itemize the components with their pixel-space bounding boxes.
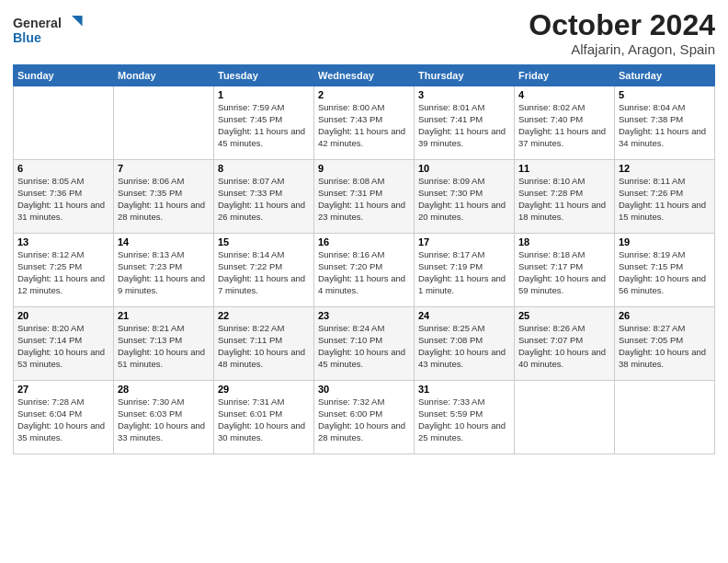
day-detail: Sunrise: 8:18 AM Sunset: 7:17 PM Dayligh… bbox=[518, 249, 610, 296]
day-detail: Sunrise: 8:16 AM Sunset: 7:20 PM Dayligh… bbox=[318, 249, 410, 296]
day-detail: Sunrise: 8:07 AM Sunset: 7:33 PM Dayligh… bbox=[218, 176, 310, 223]
day-number: 2 bbox=[318, 89, 410, 100]
day-detail: Sunrise: 8:22 AM Sunset: 7:11 PM Dayligh… bbox=[218, 323, 310, 370]
calendar-location: Alfajarin, Aragon, Spain bbox=[529, 41, 715, 57]
day-detail: Sunrise: 8:00 AM Sunset: 7:43 PM Dayligh… bbox=[318, 102, 410, 149]
calendar-cell: 31Sunrise: 7:33 AM Sunset: 5:59 PM Dayli… bbox=[415, 381, 515, 454]
header-wednesday: Wednesday bbox=[314, 65, 415, 86]
calendar-cell: 5Sunrise: 8:04 AM Sunset: 7:38 PM Daylig… bbox=[615, 86, 715, 160]
day-number: 25 bbox=[518, 310, 610, 321]
day-detail: Sunrise: 8:06 AM Sunset: 7:35 PM Dayligh… bbox=[118, 176, 210, 223]
calendar-cell: 24Sunrise: 8:25 AM Sunset: 7:08 PM Dayli… bbox=[415, 307, 515, 381]
calendar-cell: 15Sunrise: 8:14 AM Sunset: 7:22 PM Dayli… bbox=[214, 234, 314, 307]
day-detail: Sunrise: 7:28 AM Sunset: 6:04 PM Dayligh… bbox=[17, 396, 109, 443]
calendar-cell: 14Sunrise: 8:13 AM Sunset: 7:23 PM Dayli… bbox=[114, 234, 214, 307]
day-number: 9 bbox=[318, 163, 410, 174]
day-detail: Sunrise: 8:17 AM Sunset: 7:19 PM Dayligh… bbox=[418, 249, 510, 296]
day-number: 1 bbox=[218, 89, 310, 100]
day-detail: Sunrise: 8:12 AM Sunset: 7:25 PM Dayligh… bbox=[17, 249, 109, 296]
svg-text:Blue: Blue bbox=[13, 30, 41, 45]
day-number: 5 bbox=[619, 89, 711, 100]
calendar-cell: 8Sunrise: 8:07 AM Sunset: 7:33 PM Daylig… bbox=[214, 160, 314, 234]
calendar-table: Sunday Monday Tuesday Wednesday Thursday… bbox=[13, 64, 715, 454]
day-number: 18 bbox=[518, 236, 610, 247]
day-detail: Sunrise: 7:32 AM Sunset: 6:00 PM Dayligh… bbox=[318, 396, 410, 443]
calendar-cell bbox=[114, 86, 214, 160]
day-number: 13 bbox=[17, 236, 109, 247]
day-number: 14 bbox=[118, 236, 210, 247]
day-detail: Sunrise: 8:11 AM Sunset: 7:26 PM Dayligh… bbox=[619, 176, 711, 223]
calendar-week-row: 20Sunrise: 8:20 AM Sunset: 7:14 PM Dayli… bbox=[14, 307, 715, 381]
day-number: 29 bbox=[218, 384, 310, 395]
day-number: 27 bbox=[17, 384, 109, 395]
calendar-cell: 18Sunrise: 8:18 AM Sunset: 7:17 PM Dayli… bbox=[515, 234, 615, 307]
day-detail: Sunrise: 8:01 AM Sunset: 7:41 PM Dayligh… bbox=[418, 102, 510, 149]
calendar-cell: 16Sunrise: 8:16 AM Sunset: 7:20 PM Dayli… bbox=[314, 234, 415, 307]
header: General Blue October 2024 Alfajarin, Ara… bbox=[13, 9, 715, 57]
day-detail: Sunrise: 8:05 AM Sunset: 7:36 PM Dayligh… bbox=[17, 176, 109, 223]
calendar-cell: 13Sunrise: 8:12 AM Sunset: 7:25 PM Dayli… bbox=[14, 234, 114, 307]
calendar-cell: 21Sunrise: 8:21 AM Sunset: 7:13 PM Dayli… bbox=[114, 307, 214, 381]
day-detail: Sunrise: 7:31 AM Sunset: 6:01 PM Dayligh… bbox=[218, 396, 310, 443]
day-number: 12 bbox=[619, 163, 711, 174]
calendar-cell: 3Sunrise: 8:01 AM Sunset: 7:41 PM Daylig… bbox=[415, 86, 515, 160]
svg-text:General: General bbox=[13, 16, 62, 30]
calendar-cell: 19Sunrise: 8:19 AM Sunset: 7:15 PM Dayli… bbox=[615, 234, 715, 307]
day-number: 4 bbox=[518, 89, 610, 100]
calendar-cell: 11Sunrise: 8:10 AM Sunset: 7:28 PM Dayli… bbox=[515, 160, 615, 234]
header-saturday: Saturday bbox=[615, 65, 715, 86]
calendar-header: Sunday Monday Tuesday Wednesday Thursday… bbox=[14, 65, 715, 86]
header-friday: Friday bbox=[515, 65, 615, 86]
page-container: General Blue October 2024 Alfajarin, Ara… bbox=[0, 0, 728, 460]
day-number: 20 bbox=[17, 310, 109, 321]
header-sunday: Sunday bbox=[14, 65, 114, 86]
header-tuesday: Tuesday bbox=[214, 65, 314, 86]
calendar-cell bbox=[14, 86, 114, 160]
svg-marker-1 bbox=[72, 16, 83, 27]
calendar-body: 1Sunrise: 7:59 AM Sunset: 7:45 PM Daylig… bbox=[14, 86, 715, 454]
calendar-cell: 10Sunrise: 8:09 AM Sunset: 7:30 PM Dayli… bbox=[415, 160, 515, 234]
day-number: 7 bbox=[118, 163, 210, 174]
calendar-cell: 29Sunrise: 7:31 AM Sunset: 6:01 PM Dayli… bbox=[214, 381, 314, 454]
day-detail: Sunrise: 8:13 AM Sunset: 7:23 PM Dayligh… bbox=[118, 249, 210, 296]
calendar-cell: 4Sunrise: 8:02 AM Sunset: 7:40 PM Daylig… bbox=[515, 86, 615, 160]
day-number: 11 bbox=[518, 163, 610, 174]
day-detail: Sunrise: 8:21 AM Sunset: 7:13 PM Dayligh… bbox=[118, 323, 210, 370]
calendar-cell: 22Sunrise: 8:22 AM Sunset: 7:11 PM Dayli… bbox=[214, 307, 314, 381]
day-detail: Sunrise: 8:04 AM Sunset: 7:38 PM Dayligh… bbox=[619, 102, 711, 149]
calendar-week-row: 27Sunrise: 7:28 AM Sunset: 6:04 PM Dayli… bbox=[14, 381, 715, 454]
calendar-cell: 26Sunrise: 8:27 AM Sunset: 7:05 PM Dayli… bbox=[615, 307, 715, 381]
day-number: 21 bbox=[118, 310, 210, 321]
day-detail: Sunrise: 8:19 AM Sunset: 7:15 PM Dayligh… bbox=[619, 249, 711, 296]
day-detail: Sunrise: 8:09 AM Sunset: 7:30 PM Dayligh… bbox=[418, 176, 510, 223]
day-detail: Sunrise: 8:20 AM Sunset: 7:14 PM Dayligh… bbox=[17, 323, 109, 370]
calendar-cell: 25Sunrise: 8:26 AM Sunset: 7:07 PM Dayli… bbox=[515, 307, 615, 381]
calendar-week-row: 13Sunrise: 8:12 AM Sunset: 7:25 PM Dayli… bbox=[14, 234, 715, 307]
calendar-cell bbox=[615, 381, 715, 454]
day-number: 30 bbox=[318, 384, 410, 395]
day-detail: Sunrise: 7:33 AM Sunset: 5:59 PM Dayligh… bbox=[418, 396, 510, 443]
day-number: 31 bbox=[418, 384, 510, 395]
calendar-cell: 17Sunrise: 8:17 AM Sunset: 7:19 PM Dayli… bbox=[415, 234, 515, 307]
day-number: 28 bbox=[118, 384, 210, 395]
day-detail: Sunrise: 8:24 AM Sunset: 7:10 PM Dayligh… bbox=[318, 323, 410, 370]
header-monday: Monday bbox=[114, 65, 214, 86]
day-number: 15 bbox=[218, 236, 310, 247]
day-detail: Sunrise: 7:59 AM Sunset: 7:45 PM Dayligh… bbox=[218, 102, 310, 149]
day-detail: Sunrise: 8:27 AM Sunset: 7:05 PM Dayligh… bbox=[619, 323, 711, 370]
calendar-cell: 1Sunrise: 7:59 AM Sunset: 7:45 PM Daylig… bbox=[214, 86, 314, 160]
title-block: October 2024 Alfajarin, Aragon, Spain bbox=[529, 9, 715, 57]
day-number: 10 bbox=[418, 163, 510, 174]
weekday-header-row: Sunday Monday Tuesday Wednesday Thursday… bbox=[14, 65, 715, 86]
day-number: 23 bbox=[318, 310, 410, 321]
day-detail: Sunrise: 8:14 AM Sunset: 7:22 PM Dayligh… bbox=[218, 249, 310, 296]
day-detail: Sunrise: 7:30 AM Sunset: 6:03 PM Dayligh… bbox=[118, 396, 210, 443]
calendar-cell: 30Sunrise: 7:32 AM Sunset: 6:00 PM Dayli… bbox=[314, 381, 415, 454]
day-number: 19 bbox=[619, 236, 711, 247]
calendar-cell: 27Sunrise: 7:28 AM Sunset: 6:04 PM Dayli… bbox=[14, 381, 114, 454]
day-number: 16 bbox=[318, 236, 410, 247]
calendar-cell: 28Sunrise: 7:30 AM Sunset: 6:03 PM Dayli… bbox=[114, 381, 214, 454]
calendar-cell: 23Sunrise: 8:24 AM Sunset: 7:10 PM Dayli… bbox=[314, 307, 415, 381]
calendar-cell: 6Sunrise: 8:05 AM Sunset: 7:36 PM Daylig… bbox=[14, 160, 114, 234]
day-number: 8 bbox=[218, 163, 310, 174]
